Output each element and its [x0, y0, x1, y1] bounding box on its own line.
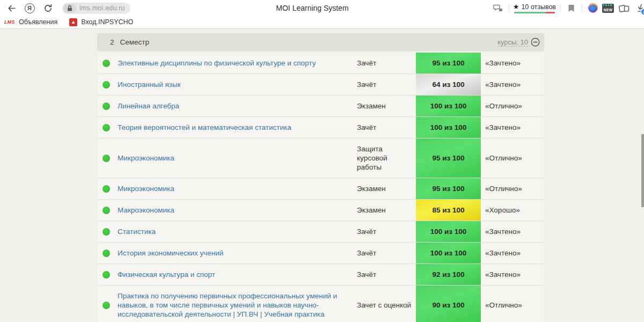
protect-button[interactable]: [491, 1, 505, 15]
course-exam-type: Защита курсовой работы: [357, 138, 416, 178]
course-title-link[interactable]: Практика по получению первичных професси…: [118, 286, 357, 322]
course-score-badge: 85 из 100: [416, 200, 481, 221]
lms-favicon: LMS: [4, 19, 15, 25]
course-row: История экономических учений Зачёт 100 и…: [97, 243, 544, 264]
course-score-badge: 100 из 100: [416, 96, 481, 116]
vertical-scrollbar-thumb[interactable]: [641, 134, 644, 207]
status-dot-icon: [103, 60, 110, 67]
course-score-badge: 64 из 100: [416, 74, 481, 95]
status-dot-icon: [103, 302, 110, 309]
course-score-badge: 100 из 100: [416, 243, 481, 264]
course-title-link[interactable]: Макроэкономика: [118, 200, 357, 221]
rating-bar: [514, 12, 555, 13]
course-row: Линейная алгебра Экзамен 100 из 100 «Отл…: [97, 96, 544, 117]
course-grade: «Зачтено»: [481, 80, 544, 89]
status-dot-icon: [103, 185, 110, 193]
course-score-badge: 100 из 100: [416, 117, 481, 138]
course-status: [97, 250, 118, 257]
course-exam-type: Зачёт: [357, 53, 416, 74]
course-row: Микроэкономика Экзамен 95 из 100 «Отличн…: [97, 178, 544, 200]
site-rating-widget[interactable]: ★ 10 отзывов: [513, 3, 556, 13]
status-dot-icon: [103, 81, 110, 89]
status-dot-icon: [103, 103, 110, 110]
course-status: [97, 155, 118, 162]
refresh-button[interactable]: [41, 1, 55, 15]
course-title-link[interactable]: Физическая культура и спорт: [118, 264, 357, 285]
page-title: MOI Learning System: [276, 4, 348, 12]
status-dot-icon: [103, 124, 110, 131]
course-score-badge: 95 из 100: [416, 53, 481, 74]
course-title-link[interactable]: Микроэкономика: [118, 148, 357, 169]
course-score-badge: 90 из 100: [416, 286, 481, 322]
bookmark-button[interactable]: [564, 1, 578, 15]
course-row: Микроэкономика Защита курсовой работы 95…: [97, 138, 544, 178]
extension-button[interactable]: [586, 1, 600, 15]
bookmark-label: Объявления: [19, 18, 57, 26]
extension-icon: [588, 3, 598, 13]
yandex-home-button[interactable]: Я: [23, 1, 36, 15]
status-dot-icon: [103, 207, 110, 214]
url-text: lms.moi.edu.ru: [79, 4, 125, 12]
course-title-link[interactable]: Иностранный язык: [118, 74, 357, 95]
course-exam-type: Экзамен: [357, 96, 416, 116]
course-title-link[interactable]: Микроэкономика: [118, 178, 357, 199]
semester-2-header[interactable]: 2 Семестр курсы: 10: [97, 33, 544, 51]
lock-icon: [67, 5, 72, 11]
semester-number: 2: [110, 38, 114, 46]
course-title-link[interactable]: Теория вероятностей и математическая ста…: [118, 117, 357, 138]
browser-toolbar: Я lms.moi.edu.ru MOI Learning System ★: [0, 0, 644, 16]
status-dot-icon: [103, 155, 110, 162]
course-score-badge: 92 из 100: [416, 264, 481, 285]
new-marquee-icon: NEW: [602, 4, 614, 13]
ssl-lock-chip[interactable]: [63, 4, 76, 13]
course-score-badge: 95 из 100: [416, 138, 481, 178]
yandex-icon: Я: [25, 3, 35, 13]
back-arrow-icon: [7, 4, 16, 13]
course-grade: «Отлично»: [481, 301, 544, 309]
downloads-button[interactable]: 2: [634, 2, 644, 14]
course-grade: «Зачтено»: [481, 270, 544, 279]
course-row: Макроэкономика Экзамен 85 из 100 «Хорошо…: [97, 200, 544, 221]
bookmark-item-inpsycho[interactable]: ▲ Вход.INPSYCHO: [69, 18, 133, 26]
bookmark-label: Вход.INPSYCHO: [81, 18, 133, 26]
course-title-link[interactable]: Статистика: [118, 221, 357, 242]
course-exam-type: Экзамен: [357, 200, 416, 221]
course-status: [97, 228, 118, 236]
back-button[interactable]: [4, 1, 18, 15]
refresh-icon: [43, 4, 53, 13]
semester-label: Семестр: [120, 38, 150, 46]
kinopoisk-new-button[interactable]: NEW: [601, 1, 615, 15]
course-grade: «Зачтено»: [481, 228, 544, 236]
collections-button[interactable]: [617, 1, 631, 15]
course-grade: «Зачтено»: [481, 123, 544, 131]
minus-circle-icon: [531, 38, 540, 47]
course-status: [97, 207, 118, 214]
course-grade: «Хорошо»: [481, 206, 544, 214]
page-content: 2 Семестр курсы: 10 Элективные дисциплин…: [0, 28, 644, 322]
toolbar-separator: [560, 4, 560, 12]
address-bar[interactable]: lms.moi.edu.ru: [62, 3, 130, 14]
course-exam-type: Зачет с оценкой: [357, 295, 416, 316]
course-title-link[interactable]: История экономических учений: [118, 243, 357, 264]
course-row: Статистика Зачёт 100 из 100 «Зачтено»: [97, 221, 544, 243]
download-count-badge: 2: [641, 9, 644, 15]
course-row: Физическая культура и спорт Зачёт 92 из …: [97, 264, 544, 286]
courses-count-link[interactable]: курсы: 10: [497, 38, 528, 47]
course-title-link[interactable]: Элективные дисциплины по физической куль…: [118, 53, 357, 74]
protect-chat-icon: [493, 4, 503, 12]
course-row: Иностранный язык Зачёт 64 из 100 «Зачтен…: [97, 74, 544, 96]
course-exam-type: Экзамен: [357, 178, 416, 199]
course-exam-type: Зачёт: [357, 221, 416, 242]
course-score-badge: 95 из 100: [416, 178, 481, 199]
bookmarks-bar: LMS Объявления ▲ Вход.INPSYCHO: [0, 16, 644, 28]
course-status: [97, 124, 118, 131]
status-dot-icon: [103, 271, 110, 279]
collapse-semester-button[interactable]: [531, 38, 540, 47]
course-title-link[interactable]: Линейная алгебра: [118, 96, 357, 116]
inpsycho-favicon: ▲: [69, 18, 77, 26]
course-grade: «Отлично»: [481, 185, 544, 193]
course-status: [97, 185, 118, 193]
course-exam-type: Зачёт: [357, 117, 416, 138]
course-grade: «Отлично»: [481, 154, 544, 162]
bookmark-item-announcements[interactable]: LMS Объявления: [4, 18, 57, 26]
